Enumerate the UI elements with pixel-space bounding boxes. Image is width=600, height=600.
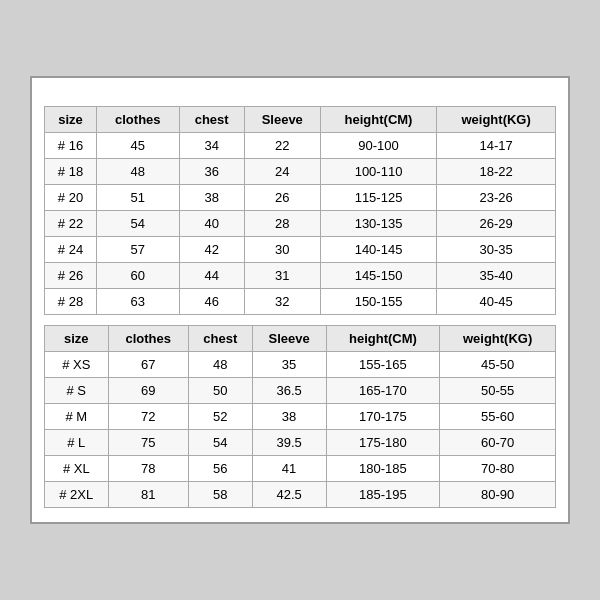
table-row: # 22544028130-13526-29: [45, 211, 556, 237]
table-cell: 14-17: [437, 133, 556, 159]
table-cell: # 2XL: [45, 482, 109, 508]
table-cell: 40: [179, 211, 244, 237]
table-cell: # 18: [45, 159, 97, 185]
table1-header-cell: chest: [179, 107, 244, 133]
size-table-2: sizeclotheschestSleeveheight(CM)weight(K…: [44, 325, 556, 508]
table-cell: 31: [244, 263, 320, 289]
table-cell: 35-40: [437, 263, 556, 289]
table-cell: 81: [108, 482, 189, 508]
table2-header-cell: weight(KG): [440, 326, 556, 352]
table-row: # XS674835155-16545-50: [45, 352, 556, 378]
table-cell: # 22: [45, 211, 97, 237]
table2-header-cell: height(CM): [326, 326, 440, 352]
table-cell: 52: [189, 404, 252, 430]
table-cell: 165-170: [326, 378, 440, 404]
table-cell: 23-26: [437, 185, 556, 211]
section-gap: [44, 315, 556, 325]
table-cell: 100-110: [320, 159, 436, 185]
table-cell: # L: [45, 430, 109, 456]
table-cell: 39.5: [252, 430, 326, 456]
table-cell: 78: [108, 456, 189, 482]
table-cell: 54: [189, 430, 252, 456]
table-cell: 46: [179, 289, 244, 315]
table2-header-row: sizeclotheschestSleeveheight(CM)weight(K…: [45, 326, 556, 352]
table-row: # 26604431145-15035-40: [45, 263, 556, 289]
table-cell: 36.5: [252, 378, 326, 404]
table-row: # 1645342290-10014-17: [45, 133, 556, 159]
table-cell: 44: [179, 263, 244, 289]
table2-header-cell: Sleeve: [252, 326, 326, 352]
table1-header-cell: Sleeve: [244, 107, 320, 133]
table-row: # XL785641180-18570-80: [45, 456, 556, 482]
table2-header-cell: clothes: [108, 326, 189, 352]
table-cell: 130-135: [320, 211, 436, 237]
table2-header-cell: chest: [189, 326, 252, 352]
table-cell: 60-70: [440, 430, 556, 456]
table1-header-row: sizeclotheschestSleeveheight(CM)weight(K…: [45, 107, 556, 133]
table-cell: 145-150: [320, 263, 436, 289]
table-cell: 51: [96, 185, 179, 211]
table-cell: 58: [189, 482, 252, 508]
table-cell: # XS: [45, 352, 109, 378]
table-cell: 170-175: [326, 404, 440, 430]
table-cell: 57: [96, 237, 179, 263]
table-row: # L755439.5175-18060-70: [45, 430, 556, 456]
table-cell: 90-100: [320, 133, 436, 159]
table1-header-cell: height(CM): [320, 107, 436, 133]
table-cell: 69: [108, 378, 189, 404]
table-cell: 36: [179, 159, 244, 185]
table-row: # 20513826115-12523-26: [45, 185, 556, 211]
size-table-1: sizeclotheschestSleeveheight(CM)weight(K…: [44, 106, 556, 315]
table-cell: 60: [96, 263, 179, 289]
table1-body: # 1645342290-10014-17# 18483624100-11018…: [45, 133, 556, 315]
table-cell: 26-29: [437, 211, 556, 237]
table-cell: # 20: [45, 185, 97, 211]
table-cell: 55-60: [440, 404, 556, 430]
table1-header-cell: size: [45, 107, 97, 133]
table-row: # 18483624100-11018-22: [45, 159, 556, 185]
table-cell: 185-195: [326, 482, 440, 508]
table-cell: 75: [108, 430, 189, 456]
table-cell: 26: [244, 185, 320, 211]
table-cell: 42: [179, 237, 244, 263]
table-row: # S695036.5165-17050-55: [45, 378, 556, 404]
table-cell: 175-180: [326, 430, 440, 456]
table-cell: 48: [96, 159, 179, 185]
table-cell: 48: [189, 352, 252, 378]
table-cell: # 28: [45, 289, 97, 315]
table-cell: 35: [252, 352, 326, 378]
table-cell: 40-45: [437, 289, 556, 315]
table-cell: # S: [45, 378, 109, 404]
table-cell: 140-145: [320, 237, 436, 263]
table-cell: 115-125: [320, 185, 436, 211]
table-cell: 67: [108, 352, 189, 378]
table-cell: 28: [244, 211, 320, 237]
table-cell: 41: [252, 456, 326, 482]
table-cell: 24: [244, 159, 320, 185]
table-cell: 38: [252, 404, 326, 430]
table-cell: 34: [179, 133, 244, 159]
table2-header-cell: size: [45, 326, 109, 352]
table-cell: 30: [244, 237, 320, 263]
table-cell: # XL: [45, 456, 109, 482]
size-chart-card: sizeclotheschestSleeveheight(CM)weight(K…: [30, 76, 570, 524]
table-cell: 70-80: [440, 456, 556, 482]
table1-header: sizeclotheschestSleeveheight(CM)weight(K…: [45, 107, 556, 133]
table-cell: 72: [108, 404, 189, 430]
table-row: # M725238170-17555-60: [45, 404, 556, 430]
table-cell: 32: [244, 289, 320, 315]
table-cell: 22: [244, 133, 320, 159]
table-cell: # 24: [45, 237, 97, 263]
table2-header: sizeclotheschestSleeveheight(CM)weight(K…: [45, 326, 556, 352]
table-cell: 54: [96, 211, 179, 237]
table-cell: 42.5: [252, 482, 326, 508]
table1-header-cell: clothes: [96, 107, 179, 133]
table-cell: # M: [45, 404, 109, 430]
table-cell: 63: [96, 289, 179, 315]
table2-body: # XS674835155-16545-50# S695036.5165-170…: [45, 352, 556, 508]
chart-title: [44, 88, 556, 106]
table-cell: 50-55: [440, 378, 556, 404]
table-row: # 2XL815842.5185-19580-90: [45, 482, 556, 508]
table-cell: 80-90: [440, 482, 556, 508]
table-cell: 155-165: [326, 352, 440, 378]
